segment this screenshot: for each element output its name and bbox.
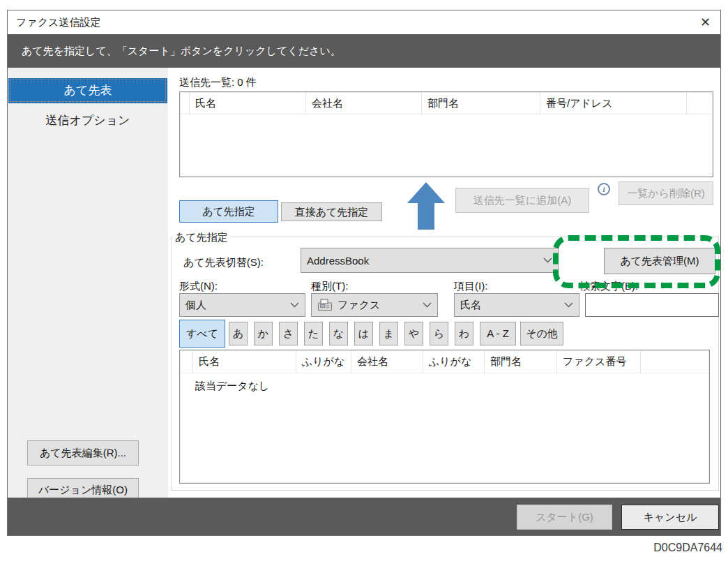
filter-ka-button[interactable]: か bbox=[254, 322, 273, 345]
add-to-list-button[interactable]: 送信先一覧に追加(A) bbox=[455, 188, 589, 213]
remove-from-list-button[interactable]: 一覧から削除(R) bbox=[619, 181, 713, 205]
up-arrow-icon bbox=[407, 182, 445, 230]
column-company-kana: ふりがな bbox=[423, 350, 485, 373]
sidebar-item-send-options[interactable]: 送信オプション bbox=[8, 110, 167, 131]
column-department: 部門名 bbox=[485, 350, 557, 373]
column-department: 部門名 bbox=[422, 92, 540, 114]
address-list[interactable]: 氏名 ふりがな 会社名 ふりがな 部門名 ファクス番号 該当データなし bbox=[179, 350, 710, 484]
group-title: あて先指定 bbox=[172, 231, 231, 244]
destination-list-header: 氏名 会社名 部門名 番号/アドレス bbox=[180, 92, 713, 114]
filter-sa-button[interactable]: さ bbox=[279, 322, 298, 345]
filter-az-button[interactable]: A - Z bbox=[480, 322, 516, 345]
destination-count-label: 送信先一覧: 0 件 bbox=[179, 76, 257, 89]
sidebar: あて先表 送信オプション あて先表編集(R)... バージョン情報(O) ヘルプ… bbox=[8, 68, 168, 498]
filter-a-button[interactable]: あ bbox=[229, 322, 248, 345]
chevron-down-icon bbox=[564, 302, 573, 308]
column-rest bbox=[687, 92, 713, 114]
item-value: 氏名 bbox=[460, 299, 564, 312]
item-label: 項目(I): bbox=[454, 280, 487, 293]
column-name: 氏名 bbox=[193, 350, 296, 373]
filter-ma-button[interactable]: ま bbox=[379, 322, 398, 345]
up-arrow-shaft bbox=[418, 203, 434, 230]
format-label: 形式(N): bbox=[179, 280, 218, 293]
column-company: 会社名 bbox=[306, 92, 422, 114]
format-combobox[interactable]: 個人 bbox=[179, 293, 305, 317]
fax-send-settings-dialog: ファクス送信設定 ✕ あて先を指定して、「スタート」ボタンをクリックしてください… bbox=[7, 10, 721, 536]
chevron-down-icon bbox=[423, 302, 432, 308]
column-rest bbox=[641, 350, 709, 373]
column-fax-number: ファクス番号 bbox=[557, 350, 641, 373]
type-label: 種別(T): bbox=[311, 280, 348, 293]
column-number-address: 番号/アドレス bbox=[540, 92, 687, 114]
filter-ra-button[interactable]: ら bbox=[430, 322, 448, 345]
title-bar: ファクス送信設定 ✕ bbox=[8, 10, 720, 34]
type-combobox[interactable]: ファクス bbox=[311, 293, 438, 317]
filter-wa-button[interactable]: わ bbox=[455, 322, 473, 345]
format-value: 個人 bbox=[185, 299, 290, 312]
filter-ta-button[interactable]: た bbox=[304, 322, 323, 345]
sidebar-item-address-list[interactable]: あて先表 bbox=[8, 78, 167, 103]
close-icon[interactable]: ✕ bbox=[700, 14, 711, 31]
filter-other-button[interactable]: その他 bbox=[520, 322, 563, 345]
info-icon: i bbox=[598, 183, 610, 195]
column-company: 会社名 bbox=[351, 350, 423, 373]
no-data-text: 該当データなし bbox=[195, 380, 269, 393]
document-code: D0C9DA7644 bbox=[653, 542, 722, 554]
column-blank bbox=[180, 350, 193, 373]
up-arrow-head bbox=[407, 182, 445, 203]
instruction-bar: あて先を指定して、「スタート」ボタンをクリックしてください。 bbox=[8, 34, 720, 68]
address-list-header: 氏名 ふりがな 会社名 ふりがな 部門名 ファクス番号 bbox=[180, 350, 709, 373]
tab-destination-select[interactable]: あて先指定 bbox=[179, 200, 278, 223]
addressbook-combobox[interactable]: AddressBook bbox=[301, 248, 559, 273]
search-text-input[interactable] bbox=[585, 293, 719, 317]
type-value: ファクス bbox=[338, 299, 423, 312]
column-name: 氏名 bbox=[190, 92, 306, 114]
destination-list[interactable]: 氏名 会社名 部門名 番号/アドレス bbox=[179, 91, 713, 177]
chevron-down-icon bbox=[543, 258, 552, 263]
column-name-kana: ふりがな bbox=[296, 350, 351, 373]
edit-address-book-button[interactable]: あて先表編集(R)... bbox=[27, 440, 139, 466]
manage-address-book-button[interactable]: あて先表管理(M) bbox=[604, 248, 715, 274]
item-combobox[interactable]: 氏名 bbox=[454, 293, 579, 317]
column-blank bbox=[180, 92, 190, 114]
addressbook-value: AddressBook bbox=[307, 255, 543, 267]
chevron-down-icon bbox=[290, 302, 299, 308]
filter-ha-button[interactable]: は bbox=[354, 322, 373, 345]
addressbook-switch-label: あて先表切替(S): bbox=[183, 256, 264, 269]
filter-ya-button[interactable]: や bbox=[404, 322, 423, 345]
filter-na-button[interactable]: な bbox=[329, 322, 348, 345]
footer-bar: スタート(G) キャンセル bbox=[8, 498, 720, 535]
cancel-button[interactable]: キャンセル bbox=[621, 505, 719, 530]
fax-icon bbox=[317, 298, 333, 312]
tab-direct-destination[interactable]: 直接あて先指定 bbox=[281, 202, 382, 221]
window-title: ファクス送信設定 bbox=[16, 16, 100, 29]
instruction-text: あて先を指定して、「スタート」ボタンをクリックしてください。 bbox=[22, 34, 341, 68]
start-button[interactable]: スタート(G) bbox=[517, 505, 612, 530]
search-text-label: 検索文字(B): bbox=[579, 280, 638, 293]
filter-all-button[interactable]: すべて bbox=[179, 320, 225, 348]
screenshot-page: ファクス送信設定 ✕ あて先を指定して、「スタート」ボタンをクリックしてください… bbox=[0, 0, 728, 566]
